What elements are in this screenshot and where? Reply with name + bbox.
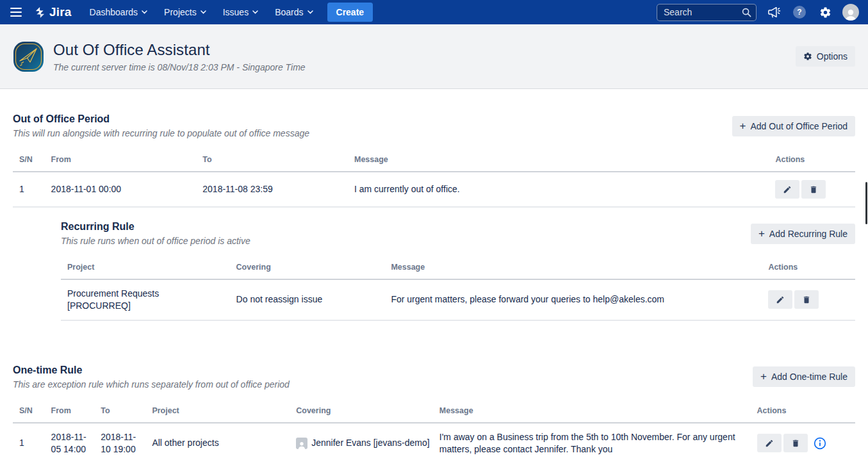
plus-icon: + <box>758 228 765 239</box>
nav-projects[interactable]: Projects <box>156 1 214 23</box>
cell-covering: Jennifer Evans [jevans-demo] <box>291 423 435 460</box>
edit-button[interactable] <box>775 180 799 199</box>
chevron-down-icon <box>252 10 258 14</box>
jira-logo[interactable]: Jira <box>27 5 81 19</box>
col-sn: S/N <box>13 400 47 423</box>
vertical-scrollbar-thumb[interactable] <box>865 182 867 224</box>
info-icon <box>814 437 826 450</box>
add-recurring-rule-label: Add Recurring Rule <box>769 229 848 239</box>
add-ooo-period-label: Add Out of Office Period <box>751 121 848 131</box>
cell-project: All other projects <box>147 423 291 460</box>
pencil-icon <box>783 185 792 194</box>
col-project: Project <box>61 257 232 279</box>
help-glyph: ? <box>797 8 801 17</box>
cell-sn: 1 <box>13 172 47 207</box>
cell-to: 2018-11-08 23:59 <box>198 172 350 207</box>
section-out-of-office-period: Out of Office Period This will run along… <box>13 113 855 321</box>
table-row: 1 2018-11-05 14:00 2018-11-10 19:00 All … <box>13 423 855 460</box>
one-time-rule-subtitle: This are exception rule which runs separ… <box>13 379 290 390</box>
cell-sn: 1 <box>13 423 47 460</box>
recurring-rule-title: Recurring Rule <box>61 221 250 233</box>
col-covering: Covering <box>232 257 387 279</box>
section-recurring-rule: Recurring Rule This rule runs when out o… <box>61 221 855 321</box>
col-message: Message <box>386 257 764 279</box>
col-from: From <box>47 149 199 172</box>
nav-issues-label: Issues <box>223 7 249 17</box>
nav-boards[interactable]: Boards <box>267 1 320 23</box>
create-button[interactable]: Create <box>327 3 373 22</box>
table-row: Procurement Requests [PROCURREQ] Do not … <box>61 279 855 320</box>
chevron-down-icon <box>201 10 206 14</box>
col-from: From <box>47 400 97 423</box>
ooo-period-subtitle: This will run alongside with recurring r… <box>13 128 309 138</box>
one-time-rule-title: One-time Rule <box>13 365 290 376</box>
plus-icon: + <box>760 371 767 382</box>
cell-message: I'm away on a Business trip from the 5th… <box>435 423 753 460</box>
trash-icon <box>791 439 800 448</box>
add-out-of-office-period-button[interactable]: + Add Out of Office Period <box>732 116 855 136</box>
brand-text: Jira <box>49 5 72 19</box>
settings-gear-icon[interactable] <box>817 4 833 21</box>
delete-button[interactable] <box>801 180 826 199</box>
info-button[interactable] <box>814 437 826 450</box>
chevron-down-icon <box>142 10 147 14</box>
chevron-down-icon <box>307 10 313 14</box>
page-title: Out Of Office Assistant <box>53 41 306 59</box>
edit-button[interactable] <box>757 434 782 452</box>
search-icon[interactable] <box>742 8 751 20</box>
col-actions: Actions <box>753 400 855 423</box>
cell-message: I am currently out of office. <box>350 172 771 207</box>
delete-button[interactable] <box>794 290 819 309</box>
col-project: Project <box>147 400 291 423</box>
edit-button[interactable] <box>768 290 792 309</box>
table-row: 1 2018-11-01 00:00 2018-11-08 23:59 I am… <box>13 172 855 207</box>
add-one-time-rule-label: Add One-time Rule <box>771 372 848 382</box>
nav-issues[interactable]: Issues <box>215 1 266 23</box>
col-actions: Actions <box>764 257 855 279</box>
nav-dashboards-label: Dashboards <box>90 7 138 17</box>
delete-button[interactable] <box>783 434 808 452</box>
col-actions: Actions <box>771 149 855 172</box>
user-avatar[interactable] <box>842 4 859 21</box>
trash-icon <box>802 295 811 304</box>
cell-to: 2018-11-10 19:00 <box>96 423 147 460</box>
col-to: To <box>198 149 350 172</box>
nav-dashboards[interactable]: Dashboards <box>82 1 156 23</box>
options-button[interactable]: Options <box>796 46 855 67</box>
top-navbar: Jira Dashboards Projects Issues Boards C… <box>0 0 868 24</box>
trash-icon <box>809 185 818 194</box>
jira-mark-icon <box>33 6 47 19</box>
plus-icon: + <box>740 120 746 131</box>
col-to: To <box>96 400 147 423</box>
help-icon[interactable]: ? <box>791 4 808 21</box>
cell-from: 2018-11-05 14:00 <box>47 423 97 460</box>
feedback-megaphone-icon[interactable] <box>766 4 782 21</box>
page-header: Out Of Office Assistant The current serv… <box>0 24 868 89</box>
options-label: Options <box>817 51 848 62</box>
one-time-rule-table: S/N From To Project Covering Message Act… <box>13 400 855 460</box>
main-content: Out of Office Period This will run along… <box>0 113 868 460</box>
col-covering: Covering <box>291 400 435 423</box>
server-time-subtitle: The current server time is 08/Nov/18 2:0… <box>53 62 306 72</box>
col-sn: S/N <box>13 149 47 172</box>
pencil-icon <box>765 439 774 448</box>
ooo-period-table: S/N From To Message Actions 1 2018-11-01… <box>13 149 855 208</box>
paper-plane-app-icon <box>13 41 44 72</box>
section-one-time-rule: One-time Rule This are exception rule wh… <box>13 365 855 460</box>
recurring-rule-subtitle: This rule runs when out of office period… <box>61 236 250 246</box>
nav-projects-label: Projects <box>164 7 197 17</box>
covering-user-name[interactable]: Jennifer Evans [jevans-demo] <box>311 437 429 449</box>
nav-boards-label: Boards <box>275 7 303 17</box>
hamburger-menu-icon[interactable] <box>6 3 26 22</box>
cell-covering: Do not reassign issue <box>232 279 387 320</box>
add-recurring-rule-button[interactable]: + Add Recurring Rule <box>751 224 855 244</box>
ooo-period-title: Out of Office Period <box>13 113 309 125</box>
recurring-rule-table: Project Covering Message Actions Procure… <box>61 257 855 321</box>
search-box <box>657 4 757 21</box>
add-one-time-rule-button[interactable]: + Add One-time Rule <box>753 366 855 387</box>
pencil-icon <box>776 295 785 304</box>
cell-from: 2018-11-01 00:00 <box>47 172 199 207</box>
gear-icon <box>803 52 812 61</box>
cell-project: Procurement Requests [PROCURREQ] <box>61 279 232 320</box>
col-message: Message <box>350 149 771 172</box>
